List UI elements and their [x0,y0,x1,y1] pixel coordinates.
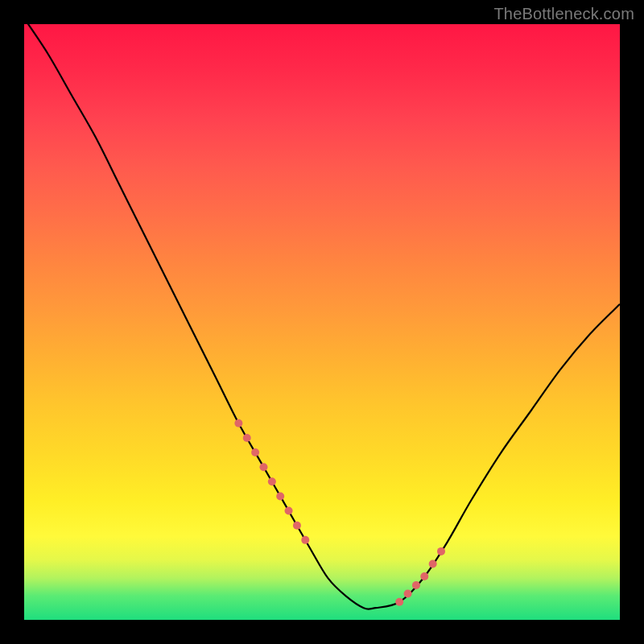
bottleneck-curve-svg [24,24,620,620]
curve-dot [301,536,309,544]
curve-dotted-highlights [234,419,445,606]
curve-dot [234,419,242,427]
curve-dot [404,589,412,597]
curve-dot [395,598,403,606]
curve-dot [285,507,293,515]
curve-dot [293,522,301,530]
curve-dot [437,547,445,555]
chart-plot-area [24,24,620,620]
curve-dot [412,581,420,589]
curve-dot [429,559,437,568]
curve-dot [268,477,276,485]
curve-dot [251,448,259,456]
watermark-text: TheBottleneck.com [493,5,634,23]
curve-dot [276,492,284,500]
bottleneck-curve [24,24,620,609]
curve-dot [420,572,428,580]
curve-dot [259,463,267,471]
curve-dot [243,434,251,442]
